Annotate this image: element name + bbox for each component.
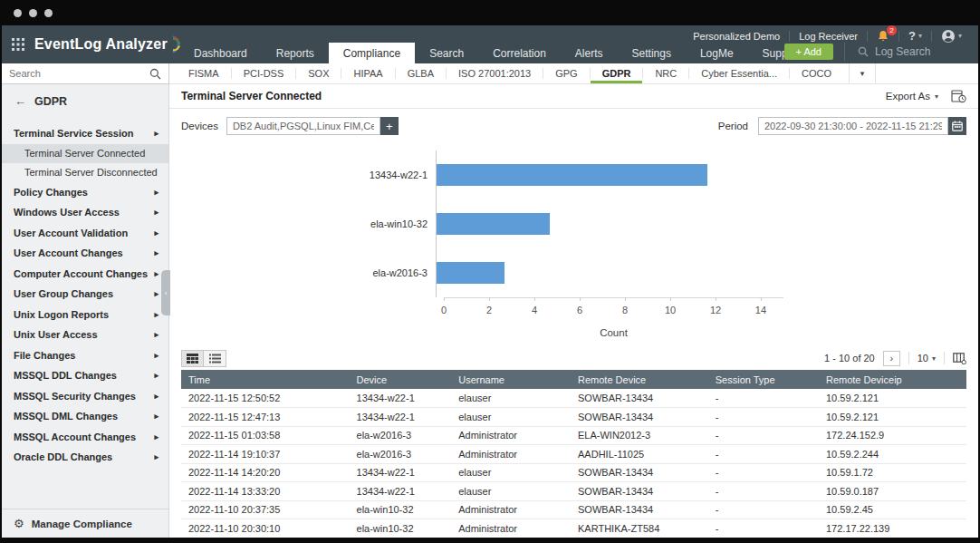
nav-tab-reports[interactable]: Reports: [262, 43, 329, 63]
compliance-tab-coco[interactable]: COCO: [790, 63, 843, 83]
add-button[interactable]: + Add: [784, 44, 833, 60]
compliance-tab-glba[interactable]: GLBA: [396, 63, 446, 83]
chevron-right-icon: ▸: [154, 351, 159, 360]
main-navbar: EventLog Analyzer DashboardReportsCompli…: [2, 25, 978, 63]
page-title: Terminal Server Connected: [181, 90, 886, 102]
compliance-tabs: FISMAPCI-DSSSOXHIPAAGLBAISO 27001:2013GP…: [169, 63, 978, 84]
column-header-username[interactable]: Username: [451, 370, 571, 389]
chevron-down-icon: ▾: [932, 354, 936, 363]
column-header-device[interactable]: Device: [350, 370, 452, 389]
log-search-button[interactable]: Log Search: [844, 43, 971, 61]
search-input[interactable]: [9, 68, 144, 79]
manage-compliance-button[interactable]: ⚙ Manage Compliance: [2, 509, 168, 538]
sidebar-subitem-terminal-server-connected[interactable]: Terminal Server Connected: [2, 144, 168, 163]
sidebar-item-user-account-changes[interactable]: User Account Changes▸: [2, 243, 168, 264]
help-button[interactable]: ? ▾: [899, 29, 931, 43]
chevron-right-icon: ▸: [154, 248, 159, 257]
xaxis-tick: 14: [755, 305, 766, 315]
navbar-actions: + Add Log Search: [784, 43, 971, 61]
compliance-tab-fisma[interactable]: FISMA: [177, 63, 231, 83]
devices-input[interactable]: [226, 117, 380, 135]
sidebar-item-mssql-ddl-changes[interactable]: MSSQL DDL Changes▸: [2, 365, 168, 386]
search-icon: [858, 46, 869, 57]
grid-view-icon: [187, 354, 198, 364]
window-control-dot[interactable]: [14, 9, 22, 17]
grid-view-button[interactable]: [181, 350, 204, 367]
compliance-tab-hipaa[interactable]: HIPAA: [341, 63, 394, 83]
topbar-links: Personalized DemoLog Receiver: [684, 31, 868, 42]
report-table: TimeDeviceUsernameRemote DeviceSession T…: [181, 370, 966, 538]
chart-bar-ela-w2016-3[interactable]: [437, 262, 504, 284]
sidebar-item-terminal-service-session[interactable]: Terminal Service Session▸: [2, 123, 168, 144]
more-standards-button[interactable]: ▾: [849, 63, 876, 83]
apps-grid-icon[interactable]: [11, 37, 25, 52]
sidebar-subitem-terminal-server-disconnected[interactable]: Terminal Server Disconnected: [2, 163, 168, 182]
period-input[interactable]: [758, 117, 948, 135]
nav-tab-dashboard[interactable]: Dashboard: [179, 43, 262, 63]
compliance-tab-cyber-essentia[interactable]: Cyber Essentia...: [689, 63, 789, 83]
sidebar-item-unix-logon-reports[interactable]: Unix Logon Reports▸: [2, 305, 168, 325]
notifications-button[interactable]: 2: [868, 30, 898, 43]
nav-tab-alerts[interactable]: Alerts: [561, 43, 618, 63]
filter-bar: Devices + Period: [169, 109, 978, 143]
column-header-session-type[interactable]: Session Type: [708, 370, 819, 389]
list-view-button[interactable]: [204, 350, 226, 367]
compliance-tab-gdpr[interactable]: GDPR: [591, 63, 643, 83]
topbar-link-log-receiver[interactable]: Log Receiver: [790, 31, 867, 42]
app-frame: EventLog Analyzer DashboardReportsCompli…: [2, 25, 978, 538]
table-row: 2022-11-15 01:03:58ela-w2016-3Administra…: [181, 426, 966, 445]
compliance-tab-pci-dss[interactable]: PCI-DSS: [232, 63, 296, 83]
sidebar-item-oracle-ddl-changes[interactable]: Oracle DDL Changes▸: [2, 447, 168, 468]
sidebar-item-unix-user-access[interactable]: Unix User Access▸: [2, 325, 168, 345]
compliance-tab-iso-27001-2013[interactable]: ISO 27001:2013: [447, 63, 543, 83]
calendar-button[interactable]: [948, 117, 966, 135]
column-settings-button[interactable]: [953, 353, 966, 364]
chart-row: 13434-w22-1: [345, 150, 783, 199]
column-header-remote-device[interactable]: Remote Device: [571, 370, 708, 389]
nav-tab-search[interactable]: Search: [415, 43, 478, 63]
table-row: 2022-11-15 12:47:1313434-w22-1elauserSOW…: [181, 408, 966, 427]
topbar-link-personalized-demo[interactable]: Personalized Demo: [684, 31, 789, 42]
compliance-tab-gpg[interactable]: GPG: [543, 63, 589, 83]
compliance-tab-sox[interactable]: SOX: [296, 63, 341, 83]
export-as-button[interactable]: Export As ▾: [886, 91, 938, 102]
chart-bar-ela-win10-32[interactable]: [437, 213, 550, 235]
next-page-button[interactable]: ›: [883, 351, 900, 366]
page-size-select[interactable]: 10 ▾: [918, 353, 936, 364]
sidebar-item-user-group-changes[interactable]: User Group Changes▸: [2, 284, 168, 305]
sidebar-item-user-account-validation[interactable]: User Account Validation▸: [2, 223, 168, 244]
chart-bar-13434-w22-1[interactable]: [437, 164, 707, 186]
sidebar-item-mssql-dml-changes[interactable]: MSSQL DML Changes▸: [2, 406, 168, 427]
nav-tabs: DashboardReportsComplianceSearchCorrelat…: [179, 43, 815, 63]
sidebar-item-policy-changes[interactable]: Policy Changes▸: [2, 182, 168, 203]
search-icon[interactable]: [149, 68, 161, 80]
column-header-remote-deviceip[interactable]: Remote Deviceip: [819, 370, 966, 389]
window-control-dot[interactable]: [44, 9, 53, 17]
main-content: Terminal Server Connected Export As ▾ De…: [169, 84, 978, 538]
nav-tab-settings[interactable]: Settings: [618, 43, 686, 63]
sidebar-item-file-changes[interactable]: File Changes▸: [2, 345, 168, 366]
sidebar-item-mssql-security-changes[interactable]: MSSQL Security Changes▸: [2, 386, 168, 407]
window-control-dot[interactable]: [29, 9, 37, 17]
table-toolbar: 1 - 10 of 20 › 10 ▾: [181, 346, 966, 370]
sidebar-item-computer-account-changes[interactable]: Computer Account Changes▸: [2, 264, 168, 285]
sidebar-item-windows-user-access[interactable]: Windows User Access▸: [2, 202, 168, 223]
user-icon: [941, 29, 956, 44]
chevron-right-icon: ▸: [154, 452, 159, 461]
user-menu-button[interactable]: ▾: [932, 29, 971, 44]
chart-category-label: ela-win10-32: [345, 218, 436, 229]
xaxis-tick: 2: [486, 305, 492, 315]
column-header-time[interactable]: Time: [181, 370, 350, 389]
compliance-tab-nrc[interactable]: NRC: [643, 63, 688, 83]
chevron-right-icon: ▸: [154, 269, 159, 278]
xaxis-tick: 4: [532, 305, 537, 315]
nav-tab-logme[interactable]: LogMe: [686, 43, 748, 63]
schedule-report-icon[interactable]: [951, 89, 966, 103]
notification-badge: 2: [887, 25, 897, 35]
nav-tab-correlation[interactable]: Correlation: [478, 43, 561, 63]
add-device-button[interactable]: +: [380, 117, 399, 135]
sidebar-item-mssql-account-changes[interactable]: MSSQL Account Changes▸: [2, 427, 168, 448]
table-row: 2022-11-15 12:50:5213434-w22-1elauserSOW…: [181, 389, 966, 408]
sidebar-back[interactable]: ← GDPR: [2, 84, 168, 116]
nav-tab-compliance[interactable]: Compliance: [329, 43, 415, 63]
